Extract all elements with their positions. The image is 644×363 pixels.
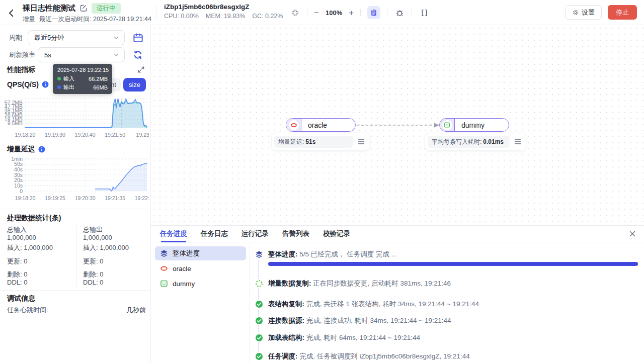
list-menu-icon[interactable] <box>514 138 522 146</box>
tab-校验记录[interactable]: 校验记录 <box>323 226 350 242</box>
svg-text:19:18:20: 19:18:20 <box>15 132 36 138</box>
svg-text:30s: 30s <box>14 172 23 178</box>
refresh-icon[interactable] <box>132 49 144 61</box>
svg-text:19:22:40: 19:22:40 <box>135 195 149 201</box>
tab-任务日志[interactable]: 任务日志 <box>201 226 228 242</box>
refresh-select[interactable]: 5s <box>38 47 125 62</box>
stats-divider <box>76 225 77 288</box>
qps-chart[interactable]: 19:18:2019:19:3019:20:4019:21:5019:23:09… <box>2 96 149 141</box>
series-value: 66MB <box>93 84 108 90</box>
svg-text:19:19:25: 19:19:25 <box>45 195 65 201</box>
svg-text:10s: 10s <box>14 183 23 189</box>
list-item-label: 整体进度 <box>173 249 200 258</box>
stop-button[interactable]: 停止 <box>608 5 637 20</box>
timeline-step-text: 增量数据复制: 正在同步数据变更, 启动耗时 381ms, 19:21:46 <box>268 279 640 288</box>
gear-icon <box>572 9 579 16</box>
svg-text:1min: 1min <box>11 156 23 162</box>
host-stats: CPU: 0.00% MEM: 19.93% GC: 0.22% <box>164 13 283 20</box>
refresh-value: 5s <box>44 51 113 59</box>
settings-button[interactable]: 设置 <box>565 5 602 20</box>
stats-row: DDL: 0 <box>7 279 27 286</box>
node-name: dummy <box>455 119 509 131</box>
fit-view-icon[interactable] <box>289 7 300 18</box>
chevron-down-icon <box>113 35 119 41</box>
list-item-oracle[interactable]: oracle <box>155 261 246 276</box>
node-oracle[interactable]: oracle <box>286 118 356 132</box>
debug-bug-icon[interactable] <box>394 7 405 18</box>
svg-text:19:20:30: 19:20:30 <box>75 195 96 201</box>
delay-chart[interactable]: 19:18:2019:19:2519:20:3019:21:3519:22:40… <box>2 156 149 204</box>
timeline-step: 任务调度: 完成, 任务被调度到 iZbp1j5mb6c06br8esgxlgZ… <box>250 352 644 361</box>
header: 裸日志性能测试 运行中 增量 最近一次启动时间: 2025-07-28 19:2… <box>0 0 644 25</box>
svg-text:40s: 40s <box>14 166 23 172</box>
toolbar-separator <box>412 9 412 16</box>
tab-任务进度[interactable]: 任务进度 <box>160 226 187 242</box>
dummy-metric: 平均每条写入耗时:0.01ms <box>428 136 510 148</box>
svg-text:57.2MB: 57.2MB <box>5 100 23 106</box>
period-value: 最近5分钟 <box>34 33 113 42</box>
svg-text:19:20:40: 19:20:40 <box>75 132 96 138</box>
node-name: oracle <box>301 119 355 131</box>
series-dot <box>57 77 61 80</box>
oracle-icon <box>160 264 168 273</box>
close-icon[interactable] <box>629 230 636 237</box>
oracle-metric: 增量延迟:51s <box>274 136 353 148</box>
metric-size-toggle[interactable]: size <box>123 78 146 92</box>
svg-text:50s: 50s <box>14 161 23 167</box>
stats-row: 插入: 1,000,000 <box>83 243 129 252</box>
perf-metrics-title: 性能指标 <box>7 65 35 74</box>
list-item-label: oracle <box>173 265 191 273</box>
zoom-in-button[interactable]: + <box>349 9 354 17</box>
task-detail-panel-icon[interactable] <box>367 6 380 19</box>
svg-text:0: 0 <box>20 188 23 194</box>
tab-运行记录[interactable]: 运行记录 <box>242 226 269 242</box>
toolbar-separator <box>360 9 361 16</box>
refresh-row: 刷新频率 5s <box>0 47 151 62</box>
list-menu-icon[interactable] <box>357 138 365 146</box>
title-block: 裸日志性能测试 运行中 增量 最近一次启动时间: 2025-07-28 19:2… <box>23 3 151 24</box>
header-divider <box>156 5 156 21</box>
back-button[interactable] <box>7 9 16 18</box>
node-dummy[interactable]: dummy <box>439 118 509 132</box>
check-icon <box>255 352 264 361</box>
panel-tabbar: 任务进度任务日志运行记录告警列表校验记录 <box>151 226 644 242</box>
chevron-down-icon <box>113 52 119 58</box>
host-block: iZbp1j5mb6c06br8esgxlgZ CPU: 0.00% MEM: … <box>164 3 283 20</box>
series-value: 66.2MB <box>89 76 108 82</box>
list-item-dummy[interactable]: dummy <box>155 277 246 291</box>
sidebar-divider <box>0 290 151 291</box>
cpu-stat: CPU: 0.00% <box>164 13 199 20</box>
timeline-step: 表结构复制: 完成, 共迁移 1 张表结构, 耗时 34ms, 19:21:44… <box>250 300 644 309</box>
timeline-step-text: 加载表结构: 完成, 耗时 64ms, 19:21:44 ~ 19:21:44 <box>268 333 640 342</box>
expand-icon[interactable] <box>135 63 147 75</box>
period-label: 周期 <box>9 33 22 42</box>
zoom-level: 100% <box>326 9 342 17</box>
zoom-out-button[interactable]: − <box>314 9 319 17</box>
progress-timeline: 整体进度: 5/5 已经完成， 任务调度 完成 ...增量数据复制: 正在同步数… <box>250 243 644 363</box>
log-brackets-icon[interactable] <box>419 7 430 18</box>
settings-label: 设置 <box>582 8 595 17</box>
tab-告警列表[interactable]: 告警列表 <box>282 226 309 242</box>
toolbar-separator <box>387 9 387 16</box>
period-select[interactable]: 最近5分钟 <box>28 30 125 45</box>
dummy-icon <box>160 280 168 288</box>
qps-title: QPS(Q/S) <box>7 80 49 88</box>
heartbeat-label: 任务心跳时间: <box>7 306 48 315</box>
series-label: 输入 <box>63 75 74 82</box>
chart-tooltip: 2025-07-28 19:22:15 输入66.2MB输出66MB <box>53 64 112 94</box>
timeline-step: 增量数据复制: 正在同步数据变更, 启动耗时 381ms, 19:21:46 <box>250 279 644 288</box>
info-icon[interactable] <box>38 146 45 153</box>
calendar-icon[interactable] <box>132 32 144 44</box>
list-item-整体进度[interactable]: 整体进度 <box>155 246 246 260</box>
stats-total: 1,000,000 <box>7 234 36 241</box>
timeline-step: 连接数据源: 完成, 连接成功, 耗时 34ms, 19:21:44 ~ 19:… <box>250 316 644 325</box>
series-dot <box>57 85 61 89</box>
stats-col-title: 总输入 <box>7 225 27 234</box>
edit-icon[interactable] <box>79 4 88 12</box>
stats-row: 删除: 0 <box>83 270 103 279</box>
sidebar: 周期 最近5分钟 刷新频率 5s 性能指标 QPS(Q/S) count siz… <box>0 25 151 363</box>
stats-col-title: 总输出 <box>83 225 103 234</box>
pipeline-canvas[interactable]: oracle 增量延迟:51s dummy 平均每条写入耗时:0.01ms <box>151 25 644 225</box>
info-icon[interactable] <box>42 81 49 88</box>
overall-progress-bar <box>268 262 638 266</box>
